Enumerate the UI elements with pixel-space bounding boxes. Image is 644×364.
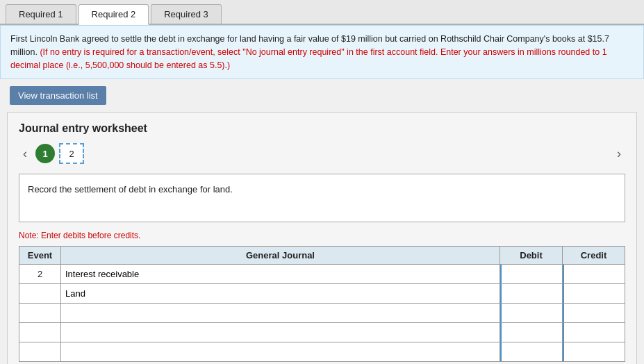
credit-input[interactable] <box>563 342 625 361</box>
table-row: 2 <box>19 265 625 284</box>
table-row <box>19 342 625 362</box>
credit-cell[interactable] <box>563 284 625 304</box>
journal-cell[interactable] <box>61 323 500 342</box>
event-cell <box>19 342 61 362</box>
event-cell: 2 <box>19 265 61 284</box>
journal-input[interactable] <box>61 342 499 361</box>
note-text: Note: Enter debits before credits. <box>19 231 625 240</box>
journal-input[interactable] <box>61 284 499 303</box>
nav-row: ‹ 1 2 › <box>19 143 625 164</box>
event-cell <box>19 284 61 304</box>
debit-input[interactable] <box>500 265 562 283</box>
worksheet-container: Journal entry worksheet ‹ 1 2 › Record t… <box>7 112 637 364</box>
debit-cell[interactable] <box>500 323 563 342</box>
credit-cell[interactable] <box>563 342 625 362</box>
nav-left-arrow[interactable]: ‹ <box>19 147 31 161</box>
col-header-journal: General Journal <box>61 247 500 265</box>
journal-cell[interactable] <box>61 342 500 362</box>
nav-box-2[interactable]: 2 <box>59 143 84 164</box>
view-transaction-button[interactable]: View transaction list <box>10 86 106 105</box>
debit-cell[interactable] <box>500 304 563 323</box>
journal-cell[interactable] <box>61 284 500 304</box>
credit-input[interactable] <box>563 284 625 303</box>
credit-cell[interactable] <box>563 304 625 323</box>
tab-required-3[interactable]: Required 3 <box>151 4 222 24</box>
table-row <box>19 284 625 304</box>
debit-cell[interactable] <box>500 265 563 284</box>
table-row <box>19 304 625 323</box>
col-header-debit: Debit <box>500 247 563 265</box>
journal-input[interactable] <box>61 304 499 322</box>
credit-cell[interactable] <box>563 323 625 342</box>
journal-cell[interactable] <box>61 304 500 323</box>
debit-input[interactable] <box>500 323 562 342</box>
credit-input[interactable] <box>563 323 625 342</box>
nav-right-arrow[interactable]: › <box>613 147 625 161</box>
event-cell <box>19 323 61 342</box>
credit-cell[interactable] <box>563 265 625 284</box>
debit-input[interactable] <box>500 304 562 322</box>
tab-bar: Required 1 Required 2 Required 3 <box>0 0 644 25</box>
info-box: First Lincoln Bank agreed to settle the … <box>0 25 644 79</box>
event-cell <box>19 304 61 323</box>
description-box: Record the settlement of debt in exchang… <box>19 174 625 222</box>
table-row <box>19 323 625 342</box>
debit-input[interactable] <box>500 342 562 361</box>
journal-input[interactable] <box>61 265 499 283</box>
worksheet-title: Journal entry worksheet <box>19 122 625 135</box>
info-conditional-text: (If no entry is required for a transacti… <box>10 47 607 70</box>
credit-input[interactable] <box>563 265 625 283</box>
col-header-event: Event <box>19 247 61 265</box>
col-header-credit: Credit <box>563 247 625 265</box>
journal-table: Event General Journal Debit Credit 2 <box>19 246 625 362</box>
debit-input[interactable] <box>500 284 562 303</box>
credit-input[interactable] <box>563 304 625 322</box>
journal-input[interactable] <box>61 323 499 342</box>
debit-cell[interactable] <box>500 284 563 304</box>
tab-required-1[interactable]: Required 1 <box>6 4 76 24</box>
tab-required-2[interactable]: Required 2 <box>79 4 149 25</box>
nav-circle-1[interactable]: 1 <box>35 144 55 163</box>
journal-cell[interactable] <box>61 265 500 284</box>
debit-cell[interactable] <box>500 342 563 362</box>
